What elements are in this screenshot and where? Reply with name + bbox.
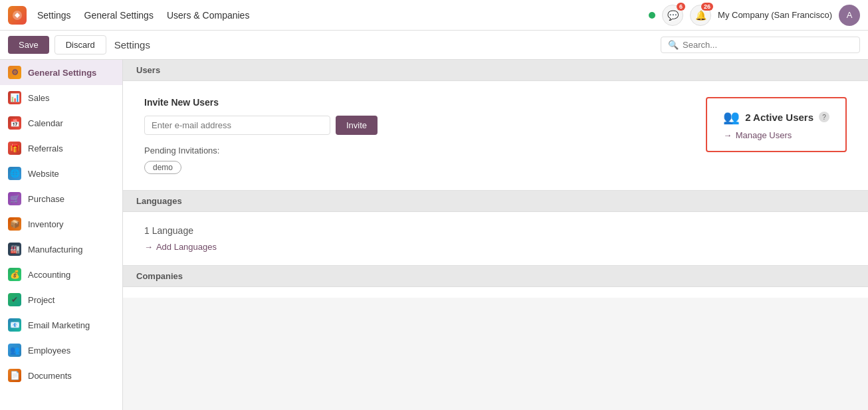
page-title: Settings	[114, 39, 150, 51]
active-users-row: 👥 2 Active Users ?	[723, 109, 829, 125]
sidebar-item-purchase[interactable]: 🛒 Purchase	[0, 186, 122, 211]
languages-section-header: Languages	[123, 191, 868, 212]
sidebar-item-website[interactable]: 🌐 Website	[0, 161, 122, 186]
arrow-icon: →	[723, 130, 732, 140]
manufacturing-icon: 🏭	[8, 243, 21, 256]
sidebar-label-manufacturing: Manufacturing	[28, 245, 82, 255]
company-name: My Company (San Francisco)	[718, 10, 832, 20]
avatar[interactable]: A	[839, 5, 860, 26]
sidebar-item-referrals[interactable]: 🎁 Referrals	[0, 136, 122, 161]
sidebar-label-calendar: Calendar	[28, 118, 63, 128]
top-nav: Settings General Settings Users & Compan…	[37, 10, 249, 21]
referrals-icon: 🎁	[8, 142, 21, 155]
nav-general-settings[interactable]: General Settings	[84, 10, 154, 21]
active-users-count: 2 Active Users	[745, 112, 814, 123]
calendar-icon: 📅	[8, 116, 21, 130]
search-icon: 🔍	[668, 40, 679, 50]
chat-button[interactable]: 💬 6	[662, 5, 683, 26]
discard-button[interactable]: Discard	[54, 35, 106, 54]
sidebar-label-purchase: Purchase	[28, 194, 64, 204]
help-icon[interactable]: ?	[819, 112, 829, 122]
sidebar-label-documents: Documents	[28, 371, 72, 381]
invite-label: Invite New Users	[144, 97, 679, 108]
documents-icon: 📄	[8, 369, 21, 382]
accounting-icon: 💰	[8, 268, 21, 281]
project-icon: ✔	[8, 293, 21, 306]
users-grid: Invite New Users Invite Pending Invitati…	[144, 97, 847, 174]
sidebar-label-referrals: Referrals	[28, 144, 63, 154]
sidebar-item-inventory[interactable]: 📦 Inventory	[0, 211, 122, 237]
sidebar-label-accounting: Accounting	[28, 270, 70, 280]
nav-users-companies[interactable]: Users & Companies	[167, 10, 250, 21]
sidebar-item-documents[interactable]: 📄 Documents	[0, 363, 122, 388]
chat-badge: 6	[677, 3, 685, 11]
pending-label: Pending Invitations:	[144, 146, 679, 155]
inventory-icon: 📦	[8, 217, 21, 231]
users-section-header: Users	[123, 60, 868, 81]
companies-section: Companies	[123, 266, 868, 298]
sidebar-item-general-settings[interactable]: ⚙ General Settings	[0, 60, 122, 85]
add-lang-arrow: →	[144, 242, 153, 252]
sidebar-label-email-marketing: Email Marketing	[28, 320, 90, 330]
activity-badge: 26	[701, 3, 713, 11]
sidebar-label-website: Website	[28, 169, 59, 179]
sidebar-label-project: Project	[28, 295, 54, 305]
main-layout: ⚙ General Settings 📊 Sales 📅 Calendar 🎁 …	[0, 60, 868, 410]
sidebar-item-manufacturing[interactable]: 🏭 Manufacturing	[0, 237, 122, 262]
language-count: 1 Language	[144, 225, 847, 236]
languages-section-body: 1 Language → Add Languages	[123, 212, 868, 266]
companies-section-header: Companies	[123, 266, 868, 287]
search-box: 🔍	[661, 37, 860, 53]
languages-section: Languages 1 Language → Add Languages	[123, 191, 868, 266]
active-users-icon: 👥	[723, 109, 740, 125]
sidebar-item-project[interactable]: ✔ Project	[0, 287, 122, 312]
email-marketing-icon: 📧	[8, 318, 21, 332]
sidebar-item-calendar[interactable]: 📅 Calendar	[0, 110, 122, 136]
employees-icon: 👥	[8, 344, 21, 357]
secondary-toolbar: Save Discard Settings 🔍	[0, 31, 868, 60]
companies-section-body	[123, 287, 868, 298]
sidebar-label-sales: Sales	[28, 93, 50, 103]
add-languages-link[interactable]: → Add Languages	[144, 242, 217, 252]
sales-icon: 📊	[8, 91, 21, 104]
users-section: Users Invite New Users Invite Pending In…	[123, 60, 868, 191]
sidebar: ⚙ General Settings 📊 Sales 📅 Calendar 🎁 …	[0, 60, 123, 410]
sidebar-label-inventory: Inventory	[28, 219, 63, 229]
content-area: Users Invite New Users Invite Pending In…	[123, 60, 868, 410]
users-section-body: Invite New Users Invite Pending Invitati…	[123, 81, 868, 191]
save-button[interactable]: Save	[8, 36, 49, 54]
nav-settings[interactable]: Settings	[37, 10, 71, 21]
topbar-right: 💬 6 🔔 26 My Company (San Francisco) A	[649, 5, 860, 26]
active-users-box: 👥 2 Active Users ? → Manage Users	[706, 97, 847, 152]
sidebar-label-general-settings: General Settings	[28, 68, 96, 78]
invite-button[interactable]: Invite	[336, 116, 378, 135]
general-settings-icon: ⚙	[8, 66, 21, 79]
sidebar-item-sales[interactable]: 📊 Sales	[0, 85, 122, 110]
status-indicator	[649, 12, 655, 19]
app-logo[interactable]	[8, 6, 27, 25]
sidebar-item-employees[interactable]: 👥 Employees	[0, 338, 122, 363]
sidebar-item-email-marketing[interactable]: 📧 Email Marketing	[0, 312, 122, 338]
pending-demo-badge: demo	[144, 161, 181, 174]
purchase-icon: 🛒	[8, 192, 21, 205]
search-input[interactable]	[683, 40, 853, 50]
users-left: Invite New Users Invite Pending Invitati…	[144, 97, 679, 174]
website-icon: 🌐	[8, 167, 21, 180]
email-row: Invite	[144, 116, 679, 135]
manage-users-link[interactable]: → Manage Users	[723, 130, 792, 140]
sidebar-item-accounting[interactable]: 💰 Accounting	[0, 262, 122, 287]
email-input[interactable]	[144, 116, 330, 135]
activity-button[interactable]: 🔔 26	[690, 5, 711, 26]
sidebar-label-employees: Employees	[28, 346, 70, 356]
topbar: Settings General Settings Users & Compan…	[0, 0, 868, 31]
